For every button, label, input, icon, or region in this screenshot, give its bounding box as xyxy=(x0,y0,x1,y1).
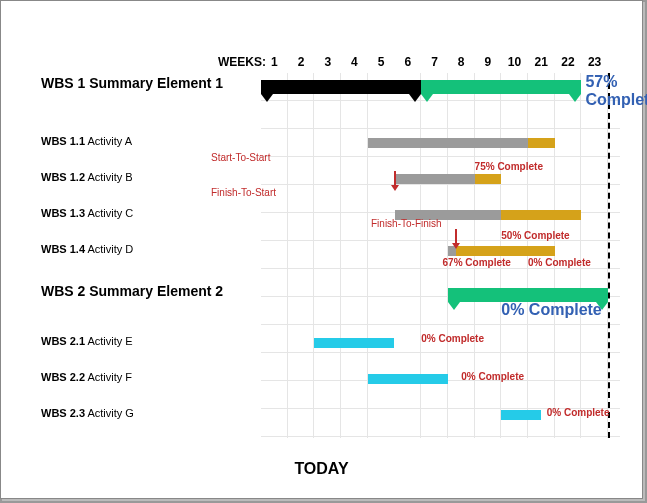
week-tick: 7 xyxy=(421,55,448,71)
progress-label: 67% Complete xyxy=(443,257,511,268)
task-bar xyxy=(501,210,581,220)
task-bar xyxy=(368,374,448,384)
gantt-row: WBS 2.2 Activity F xyxy=(41,365,620,393)
week-tick: 2 xyxy=(288,55,315,71)
week-tick: 8 xyxy=(448,55,475,71)
task-bar xyxy=(456,246,555,256)
progress-label: 0% Complete xyxy=(528,257,591,268)
row-label: WBS 1.1 Activity A xyxy=(41,135,132,147)
row-label: WBS 1 Summary Element 1 xyxy=(41,75,223,91)
progress-label: 0% Complete xyxy=(461,371,524,382)
gantt-row: WBS 2.1 Activity E xyxy=(41,329,620,357)
summary-bar xyxy=(448,288,608,302)
progress-label: 0% Complete xyxy=(421,333,484,344)
gantt-row: WBS 1.1 Activity A xyxy=(41,129,620,157)
today-label: TODAY xyxy=(1,460,642,478)
percent-complete: 57%Complete xyxy=(585,73,647,109)
week-tick: 5 xyxy=(368,55,395,71)
progress-label: 0% Complete xyxy=(547,407,610,418)
gantt-row: WBS 2.3 Activity G xyxy=(41,401,620,429)
week-tick: 22 xyxy=(555,55,582,71)
gantt-row: WBS 1 Summary Element 1 xyxy=(41,73,620,101)
bar-area xyxy=(261,165,620,193)
week-tick: 23 xyxy=(581,55,608,71)
summary-bar xyxy=(261,80,421,94)
week-tick: 3 xyxy=(314,55,341,71)
dependency-label: Start-To-Start xyxy=(211,152,270,163)
week-tick: 1 xyxy=(261,55,288,71)
row-label: WBS 2.1 Activity E xyxy=(41,335,133,347)
page-shadow: WEEKS: 12345678910212223 WBS 1 Summary E… xyxy=(0,0,647,503)
dependency-label: Finish-To-Start xyxy=(211,187,276,198)
row-label: WBS 1.3 Activity C xyxy=(41,207,133,219)
bar-area xyxy=(261,365,620,393)
summary-bar xyxy=(421,80,581,94)
task-bar xyxy=(368,138,528,148)
task-bar xyxy=(395,174,475,184)
gantt-row: WBS 1.3 Activity C xyxy=(41,201,620,229)
weeks-axis-ticks: 12345678910212223 xyxy=(261,55,620,71)
row-label: WBS 2.2 Activity F xyxy=(41,371,132,383)
progress-label: 50% Complete xyxy=(501,230,569,241)
row-label: WBS 2 Summary Element 2 xyxy=(41,283,223,299)
bar-area xyxy=(261,73,620,101)
bar-area xyxy=(261,129,620,157)
gantt-chart: WEEKS: 12345678910212223 WBS 1 Summary E… xyxy=(41,51,620,438)
week-tick: 21 xyxy=(528,55,555,71)
week-tick: 10 xyxy=(501,55,528,71)
document-page: WEEKS: 12345678910212223 WBS 1 Summary E… xyxy=(0,0,643,499)
row-label: WBS 1.2 Activity B xyxy=(41,171,133,183)
weeks-axis-label: WEEKS: xyxy=(218,55,266,69)
week-tick: 6 xyxy=(394,55,421,71)
task-bar xyxy=(314,338,394,348)
dependency-label: Finish-To-Finish xyxy=(371,218,442,229)
week-tick: 4 xyxy=(341,55,368,71)
row-label: WBS 2.3 Activity G xyxy=(41,407,134,419)
task-bar xyxy=(528,138,555,148)
week-tick: 9 xyxy=(475,55,502,71)
task-bar xyxy=(501,410,541,420)
percent-complete: 0% Complete xyxy=(501,301,601,319)
row-label: WBS 1.4 Activity D xyxy=(41,243,133,255)
progress-label: 75% Complete xyxy=(475,161,543,172)
task-bar xyxy=(475,174,502,184)
